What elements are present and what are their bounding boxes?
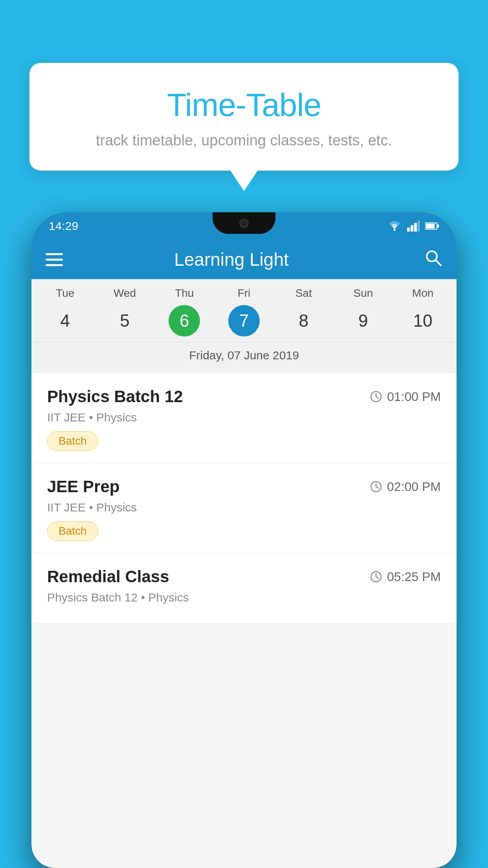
day-name: Fri	[238, 287, 251, 300]
selected-date-label: Friday, 07 June 2019	[31, 342, 457, 369]
schedule-item-time: 02:00 PM	[370, 480, 441, 494]
day-number[interactable]: 9	[347, 305, 379, 337]
schedule-item-header: JEE Prep02:00 PM	[47, 477, 441, 496]
svg-line-15	[376, 487, 378, 488]
day-column-6[interactable]: Thu6	[154, 287, 214, 337]
svg-line-9	[436, 260, 441, 265]
day-name: Sat	[295, 287, 312, 300]
schedule-item-title: JEE Prep	[47, 477, 119, 496]
phone-screen: 14:29	[31, 212, 457, 868]
schedule-item-2[interactable]: Remedial Class05:25 PMPhysics Batch 12 •…	[31, 553, 457, 623]
notch	[213, 212, 275, 234]
day-name: Sun	[353, 287, 373, 300]
day-name: Wed	[114, 287, 136, 300]
svg-rect-1	[407, 228, 410, 232]
day-column-8[interactable]: Sat8	[274, 287, 334, 337]
status-time: 14:29	[49, 219, 78, 233]
app-header: Learning Light	[31, 240, 457, 279]
day-column-5[interactable]: Wed5	[95, 287, 155, 337]
battery-icon	[425, 222, 439, 230]
signal-icon	[407, 221, 420, 232]
schedule-item-header: Physics Batch 1201:00 PM	[47, 387, 441, 406]
days-row: Tue4Wed5Thu6Fri7Sat8Sun9Mon10	[31, 287, 457, 337]
schedule-item-title: Physics Batch 12	[47, 387, 183, 406]
clock-icon	[370, 390, 382, 403]
search-icon	[424, 248, 442, 267]
svg-rect-2	[411, 225, 413, 232]
day-name: Mon	[412, 287, 433, 300]
day-name: Tue	[56, 287, 74, 300]
svg-line-18	[376, 577, 378, 578]
schedule-item-subtitle: Physics Batch 12 • Physics	[47, 591, 441, 604]
day-number[interactable]: 6	[169, 305, 200, 337]
wifi-icon	[387, 221, 402, 232]
batch-badge: Batch	[47, 431, 98, 451]
day-column-4[interactable]: Tue4	[35, 287, 95, 337]
day-number[interactable]: 10	[407, 305, 438, 337]
app-title: Learning Light	[39, 249, 424, 270]
day-column-9[interactable]: Sun9	[334, 287, 393, 337]
day-column-10[interactable]: Mon10	[393, 287, 453, 337]
tooltip-card: Time-Table track timetable, upcoming cla…	[29, 63, 459, 171]
schedule-item-1[interactable]: JEE Prep02:00 PMIIT JEE • PhysicsBatch	[31, 463, 457, 553]
day-number[interactable]: 5	[109, 305, 141, 337]
calendar-strip: Tue4Wed5Thu6Fri7Sat8Sun9Mon10 Friday, 07…	[31, 279, 457, 373]
clock-icon	[370, 570, 382, 583]
clock-icon	[370, 480, 382, 493]
status-icons	[387, 221, 439, 232]
day-number[interactable]: 8	[288, 305, 319, 337]
search-button[interactable]	[424, 248, 442, 271]
schedule-list: Physics Batch 1201:00 PMIIT JEE • Physic…	[31, 373, 457, 623]
schedule-item-subtitle: IIT JEE • Physics	[47, 411, 441, 424]
svg-point-0	[394, 229, 396, 231]
camera-dot	[239, 219, 249, 228]
status-bar: 14:29	[31, 212, 457, 240]
day-number[interactable]: 4	[50, 305, 81, 337]
schedule-item-0[interactable]: Physics Batch 1201:00 PMIIT JEE • Physic…	[31, 373, 457, 463]
svg-rect-6	[426, 224, 435, 228]
day-number[interactable]: 7	[228, 305, 260, 337]
svg-rect-3	[414, 223, 417, 232]
schedule-item-header: Remedial Class05:25 PM	[47, 567, 441, 586]
day-name: Thu	[175, 287, 194, 300]
schedule-item-subtitle: IIT JEE • Physics	[47, 501, 441, 514]
tooltip-subtitle: track timetable, upcoming classes, tests…	[53, 132, 435, 149]
day-column-7[interactable]: Fri7	[214, 287, 274, 337]
schedule-item-title: Remedial Class	[47, 567, 169, 586]
batch-badge: Batch	[47, 521, 98, 541]
schedule-item-time: 01:00 PM	[370, 390, 441, 404]
svg-line-12	[376, 397, 378, 398]
svg-rect-4	[418, 221, 420, 232]
schedule-item-time: 05:25 PM	[370, 570, 441, 584]
phone-frame: 14:29	[31, 212, 457, 868]
svg-rect-7	[437, 224, 439, 228]
tooltip-title: Time-Table	[53, 86, 435, 123]
